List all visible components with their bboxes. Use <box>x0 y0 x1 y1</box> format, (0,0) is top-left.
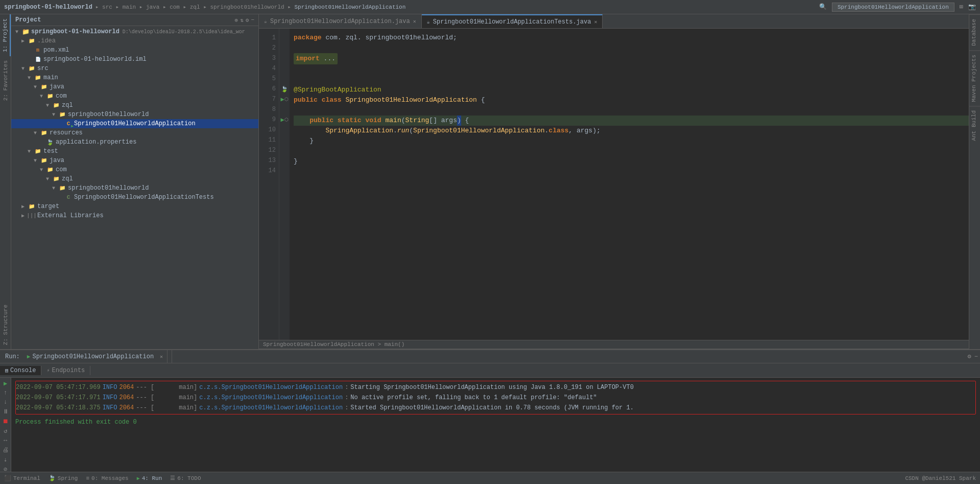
messages-btn[interactable]: ≡ 0: Messages <box>86 475 128 481</box>
up-icon[interactable]: ↑ <box>1 389 10 397</box>
tree-item-root[interactable]: ▼ 📁 springboot-01-helloworld D:\develop\… <box>11 27 258 36</box>
editor-tabs: ☕ Springboot01HelloworldApplication.java… <box>259 14 969 29</box>
sidebar-item-favorites[interactable]: 2: Favorites <box>1 56 10 105</box>
code-line-3: import ... <box>294 53 969 64</box>
run-minimize-icon[interactable]: − <box>974 353 978 360</box>
tree-item-test-pkg[interactable]: ▼ 📁 springboot01helloworld <box>11 183 258 193</box>
console-tabs: ▤ Console ⚡ Endpoints <box>0 366 90 375</box>
messages-label: 0: Messages <box>91 475 129 481</box>
code-line-5 <box>294 75 969 85</box>
messages-icon: ≡ <box>86 475 89 481</box>
terminal-icon: ⬛ <box>4 475 11 481</box>
tree-settings-icon[interactable]: ⚙ <box>246 17 249 24</box>
run-active-icon: ▶ <box>137 475 140 481</box>
todo-btn[interactable]: ☰ 6: TODO <box>170 475 201 481</box>
tree-item-target[interactable]: ▶ 📁 target <box>11 202 258 211</box>
tree-item-main[interactable]: ▼ 📁 main <box>11 73 258 82</box>
tab-test-close[interactable]: ✕ <box>594 19 597 25</box>
scroll-end-icon[interactable]: ⇣ <box>1 456 10 464</box>
run-main-icon[interactable]: ▶ <box>280 116 284 124</box>
spring-icon: 🍃 <box>49 475 56 481</box>
tree-item-pom[interactable]: m pom.xml <box>11 45 258 55</box>
sidebar-item-project[interactable]: 1: Project <box>1 14 11 56</box>
project-title: springboot-01-helloworld <box>4 4 92 11</box>
run-app-icon: ▶ <box>27 353 31 360</box>
tab-main-close[interactable]: ✕ <box>413 18 416 25</box>
right-panel-database[interactable]: Database <box>969 14 980 50</box>
right-panel-ant[interactable]: Ant Build <box>969 106 980 145</box>
tab-test-class[interactable]: ☕ Springboot01HelloworldApplicationTests… <box>422 14 603 28</box>
java-icon-2: ☕ <box>427 19 430 25</box>
tab-preview-box: Springboot01HelloworldApplication <box>832 3 954 12</box>
photo-icon[interactable]: 📷 <box>968 3 976 11</box>
tree-item-resources[interactable]: ▼ 📁 resources <box>11 128 258 137</box>
code-line-12 <box>294 146 969 156</box>
run-tab-close[interactable]: ✕ <box>156 350 168 363</box>
tree-item-pkg[interactable]: ▼ 📁 springboot01helloworld <box>11 110 258 119</box>
wrap-icon[interactable]: ↔ <box>1 437 10 444</box>
endpoints-icon: ⚡ <box>46 367 50 374</box>
editor-area: ☕ Springboot01HelloworldApplication.java… <box>259 14 969 349</box>
tab-main-class[interactable]: ☕ Springboot01HelloworldApplication.java… <box>259 14 422 28</box>
run-tab-app[interactable]: ▶ Springboot01HelloworldApplication ✕ <box>23 350 172 363</box>
tree-item-java[interactable]: ▼ 📁 java <box>11 82 258 91</box>
tree-item-test-java[interactable]: ▼ 📁 java <box>11 156 258 165</box>
log-block: 2022-09-07 05:47:17.969 INFO 2064 --- [ … <box>15 381 976 414</box>
run-label: Run: <box>2 353 23 360</box>
log-line-3: 2022-09-07 05:47:18.375 INFO 2064 --- [ … <box>16 403 975 413</box>
run-settings-icon[interactable]: ⚙ <box>968 353 971 360</box>
code-line-1: package com. zql. springboot01helloworld… <box>294 33 969 43</box>
tree-header: Project ⊕ ⇅ ⚙ − <box>11 14 258 26</box>
tree-item-zql[interactable]: ▼ 📁 zql <box>11 101 258 110</box>
tree-item-test[interactable]: ▼ 📁 test <box>11 147 258 156</box>
right-panels: Database Maven Projects Ant Build <box>969 14 980 349</box>
left-side-panel: 1: Project 2: Favorites Z: Structure <box>0 14 11 349</box>
tree-item-external-libs[interactable]: ▶ ||| External Libraries <box>11 211 258 220</box>
java-icon-1: ☕ <box>264 18 267 25</box>
tree-item-com[interactable]: ▼ 📁 com <box>11 91 258 101</box>
tree-item-src[interactable]: ▼ 📁 src <box>11 64 258 73</box>
bottom-toolbar: ⬛ Terminal 🍃 Spring ≡ 0: Messages ▶ 4: R… <box>0 472 980 484</box>
tree-add-icon[interactable]: ⊕ <box>235 17 238 24</box>
bottom-left-toolbar: ▶ ↑ ↓ ⏸ ⏹ ↺ ↔ 🖨 ⇣ ⊘ <box>0 378 11 472</box>
tree-item-idea[interactable]: ▶ 📁 .idea <box>11 36 258 45</box>
print-icon[interactable]: 🖨 <box>1 446 10 454</box>
breadcrumb-bar: Springboot01HelloworldApplication > main… <box>259 340 969 349</box>
console-content[interactable]: 2022-09-07 05:47:17.969 INFO 2064 --- [ … <box>11 378 980 472</box>
search-icon[interactable]: 🔍 <box>819 3 827 11</box>
tree-item-test-zql[interactable]: ▼ 📁 zql <box>11 174 258 183</box>
spring-btn[interactable]: 🍃 Spring <box>49 475 78 481</box>
run-green-icon[interactable]: ▶ <box>1 380 10 387</box>
exit-message: Process finished with exit code 0 <box>15 416 976 429</box>
breadcrumb: ▸ src ▸ main ▸ java ▸ com ▸ zql ▸ spring… <box>95 4 405 10</box>
console-icon: ▤ <box>5 367 8 374</box>
right-panel-maven[interactable]: Maven Projects <box>969 50 980 106</box>
stop-icon[interactable]: ⏹ <box>1 418 10 425</box>
tree-item-test-com[interactable]: ▼ 📁 com <box>11 165 258 174</box>
code-line-9: public static void main(String[] args) { <box>294 116 969 126</box>
tree-minimize-icon[interactable]: − <box>251 17 254 24</box>
tree-item-iml[interactable]: 📄 springboot-01-helloworld.iml <box>11 55 258 64</box>
tree-content: ▼ 📁 springboot-01-helloworld D:\develop\… <box>11 26 258 349</box>
tree-item-test-class[interactable]: C Springboot01HelloworldApplicationTests <box>11 193 258 202</box>
clear-icon[interactable]: ⊘ <box>1 466 10 472</box>
sidebar-item-structure[interactable]: Z: Structure <box>1 301 10 349</box>
status-bar: CSDN @Daniel521 Spark <box>905 475 976 481</box>
tree-scroll-icon[interactable]: ⇅ <box>240 17 244 24</box>
terminal-btn[interactable]: ⬛ Terminal <box>4 475 40 481</box>
console-tab-console[interactable]: ▤ Console <box>0 366 41 375</box>
run-btn[interactable]: ▶ 4: Run <box>137 475 162 481</box>
down-icon[interactable]: ↓ <box>1 399 10 406</box>
run-class-icon[interactable]: ▶ <box>280 96 284 103</box>
console-tab-endpoints[interactable]: ⚡ Endpoints <box>41 366 90 375</box>
rerun-icon[interactable]: ↺ <box>1 427 10 435</box>
expand-icon[interactable]: ⊞ <box>960 3 963 11</box>
bookmark-7: ⬡ <box>284 97 289 102</box>
gutter: 🍃 ▶⬡ ▶⬡ <box>279 29 290 340</box>
console-toolbar: ▤ Console ⚡ Endpoints <box>0 363 980 378</box>
pause-icon[interactable]: ⏸ <box>1 408 10 416</box>
code-line-4 <box>294 64 969 75</box>
tree-item-main-class[interactable]: C ▶ Springboot01HelloworldApplication <box>11 119 258 128</box>
code-content[interactable]: package com. zql. springboot01helloworld… <box>290 29 969 340</box>
tree-item-properties[interactable]: 🍃 application.properties <box>11 137 258 147</box>
